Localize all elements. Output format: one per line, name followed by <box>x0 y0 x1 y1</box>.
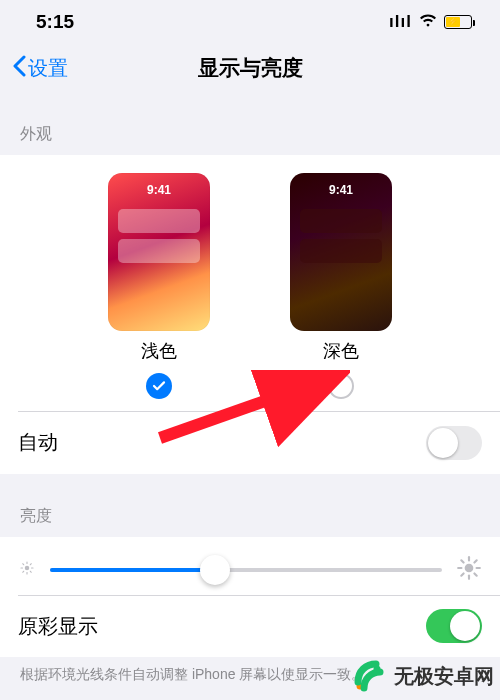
slider-track-fill <box>50 568 215 572</box>
svg-line-5 <box>23 563 24 564</box>
brightness-slider-row <box>0 537 500 595</box>
section-header-appearance: 外观 <box>0 92 500 155</box>
appearance-mode-dark[interactable]: 9:41 深色 <box>290 173 392 399</box>
switch-knob <box>428 428 458 458</box>
status-bar: 5:15 ılıl ⚡ <box>0 0 500 44</box>
svg-point-0 <box>25 565 30 570</box>
thumbnail-time: 9:41 <box>290 183 392 197</box>
dark-mode-thumbnail: 9:41 <box>290 173 392 331</box>
battery-fill: ⚡ <box>446 17 460 27</box>
automatic-label: 自动 <box>18 429 58 456</box>
watermark-logo-icon <box>352 658 388 694</box>
automatic-toggle[interactable] <box>426 426 482 460</box>
notification-placeholder <box>118 239 200 263</box>
chevron-left-icon <box>12 55 26 82</box>
svg-line-8 <box>30 563 31 564</box>
checkmark-icon <box>152 379 166 393</box>
appearance-panel: 9:41 浅色 9:41 深色 自动 <box>0 155 500 474</box>
slider-thumb[interactable] <box>200 555 230 585</box>
svg-line-6 <box>30 571 31 572</box>
charging-bolt-icon: ⚡ <box>448 18 458 26</box>
brightness-panel: 原彩显示 <box>0 537 500 658</box>
mode-label-light: 浅色 <box>141 339 177 363</box>
svg-line-14 <box>461 560 463 562</box>
status-right: ılıl ⚡ <box>389 11 472 33</box>
true-tone-toggle[interactable] <box>426 609 482 643</box>
notification-placeholder <box>300 209 382 233</box>
svg-line-16 <box>461 573 463 575</box>
light-mode-thumbnail: 9:41 <box>108 173 210 331</box>
watermark-text: 无极安卓网 <box>394 663 494 690</box>
mode-label-dark: 深色 <box>323 339 359 363</box>
brightness-slider[interactable] <box>50 555 442 585</box>
svg-line-15 <box>474 573 476 575</box>
sun-max-icon <box>456 555 482 585</box>
appearance-mode-light[interactable]: 9:41 浅色 <box>108 173 210 399</box>
true-tone-label: 原彩显示 <box>18 613 98 640</box>
navigation-bar: 设置 显示与亮度 <box>0 44 500 92</box>
svg-line-7 <box>23 571 24 572</box>
wifi-icon <box>418 11 438 33</box>
notification-placeholder <box>118 209 200 233</box>
cellular-signal-icon: ılıl <box>389 12 412 32</box>
back-label: 设置 <box>28 55 68 82</box>
switch-knob <box>450 611 480 641</box>
notification-placeholder <box>300 239 382 263</box>
battery-icon: ⚡ <box>444 15 472 29</box>
radio-dark[interactable] <box>328 373 354 399</box>
svg-point-9 <box>465 563 474 572</box>
radio-light[interactable] <box>146 373 172 399</box>
thumbnail-time: 9:41 <box>108 183 210 197</box>
status-time: 5:15 <box>36 11 74 33</box>
sun-min-icon <box>18 559 36 581</box>
true-tone-row: 原彩显示 <box>0 595 500 657</box>
page-title: 显示与亮度 <box>0 54 500 82</box>
svg-line-17 <box>474 560 476 562</box>
section-header-brightness: 亮度 <box>0 474 500 537</box>
appearance-mode-row: 9:41 浅色 9:41 深色 <box>0 155 500 411</box>
automatic-row: 自动 <box>0 412 500 474</box>
watermark: 无极安卓网 <box>352 658 494 694</box>
back-button[interactable]: 设置 <box>12 55 68 82</box>
